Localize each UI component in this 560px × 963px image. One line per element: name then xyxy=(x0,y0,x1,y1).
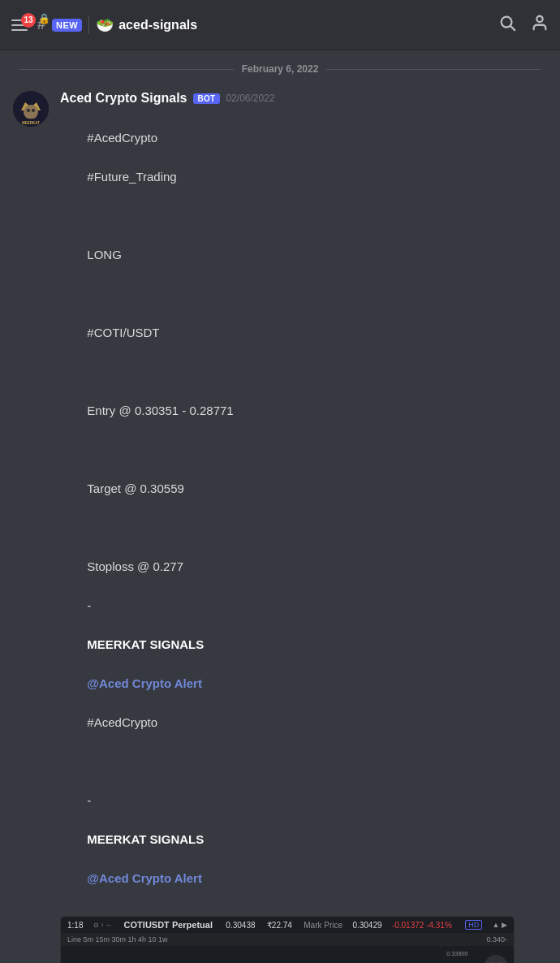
chart-time: 1:18 xyxy=(67,921,83,930)
chart-mark-price: 0.30429 xyxy=(352,921,381,930)
chart-hd-badge: HD xyxy=(465,920,482,930)
message-author: Aced Crypto Signals xyxy=(60,91,187,106)
chart-svg: 0.33800 xyxy=(61,946,514,963)
pair-coti: #COTI/USDT xyxy=(87,326,159,339)
chart-pair: COTIUSDT Perpetual xyxy=(124,920,213,930)
avatar: MEERKAT xyxy=(13,91,49,127)
chart-mark-label: Mark Price xyxy=(304,921,342,930)
new-badge: NEW xyxy=(52,19,82,32)
hashtag-future-trading: #Future_Trading xyxy=(87,170,176,184)
hashtag-aced-crypto-2: #AcedCrypto xyxy=(87,715,157,729)
separator-line-left xyxy=(19,69,234,70)
channel-lock-icon: # 🔒 xyxy=(37,16,45,33)
message-header: Aced Crypto Signals BOT 02/06/2022 xyxy=(60,91,547,106)
notification-badge: 13 xyxy=(21,13,36,28)
svg-point-7 xyxy=(32,109,35,112)
target-price: Target @ 0.30559 xyxy=(87,482,183,495)
mention-aced-crypto-alert-2[interactable]: @Aced Crypto Alert xyxy=(87,871,202,885)
channel-emoji: 🥗 xyxy=(96,16,114,34)
date-separator: February 6, 2022 xyxy=(0,50,560,88)
stoploss-price: Stoploss @ 0.277 xyxy=(87,559,183,573)
chart-header-bar: 1:18 ⊙ ↑ ← COTIUSDT Perpetual 0.30438 ₹2… xyxy=(61,917,514,933)
svg-text:MEERKAT: MEERKAT xyxy=(22,121,40,125)
chart-signal-icons: ▲ ▶ xyxy=(493,921,507,929)
entry-range: Entry @ 0.30351 - 0.28771 xyxy=(87,404,233,417)
message-timestamp: 02/06/2022 xyxy=(226,93,275,104)
svg-line-1 xyxy=(510,26,515,30)
messages-area: MEERKAT Aced Crypto Signals BOT 02/06/20… xyxy=(0,88,560,963)
header-icons xyxy=(498,14,549,36)
search-icon[interactable] xyxy=(498,14,516,36)
avatar-image: MEERKAT xyxy=(13,91,49,127)
header-left: 13 # 🔒 NEW 🥗 aced-signals xyxy=(11,16,492,34)
chart-price1: 0.30438 xyxy=(226,921,255,930)
svg-point-5 xyxy=(24,105,38,119)
menu-button[interactable]: 13 xyxy=(11,19,28,31)
chart-expand-button[interactable] xyxy=(485,955,507,963)
message-content: Aced Crypto Signals BOT 02/06/2022 #Aced… xyxy=(60,91,547,963)
date-separator-text: February 6, 2022 xyxy=(242,63,319,75)
mention-aced-crypto-alert-1[interactable]: @Aced Crypto Alert xyxy=(87,676,202,690)
profile-icon[interactable] xyxy=(531,14,549,36)
dash-separator-1: - xyxy=(87,598,91,612)
bot-badge: BOT xyxy=(193,93,219,104)
svg-text:0.33800: 0.33800 xyxy=(446,951,467,957)
svg-point-2 xyxy=(536,16,542,22)
channel-name-text: aced-signals xyxy=(118,18,197,32)
direction-long: LONG xyxy=(87,248,122,261)
chart-timeframes: Line 5m 15m 30m 1h 4h 10 1w 0.340- xyxy=(61,933,514,946)
header-divider xyxy=(88,16,89,34)
dash-separator-2: - xyxy=(87,793,91,807)
meerkat-signals-2: MEERKAT SIGNALS xyxy=(87,832,204,846)
chart-price-level: 0.340- xyxy=(486,935,507,944)
chart-price2: ₹22.74 xyxy=(267,921,292,930)
message-body: #AcedCrypto #Future_Trading LONG #COTI/U… xyxy=(60,109,547,908)
chart-change: -0.01372 -4.31% xyxy=(392,921,452,930)
lock-icon: 🔒 xyxy=(38,13,50,24)
hashtag-aced-crypto: #AcedCrypto xyxy=(87,131,157,145)
message-item: MEERKAT Aced Crypto Signals BOT 02/06/20… xyxy=(13,88,547,963)
chart-image[interactable]: 1:18 ⊙ ↑ ← COTIUSDT Perpetual 0.30438 ₹2… xyxy=(60,916,515,963)
chart-tf-line: Line 5m 15m 30m 1h 4h 10 1w xyxy=(67,935,168,944)
chart-body: 0.33800 xyxy=(61,946,514,963)
separator-line-right xyxy=(326,69,541,70)
channel-name-header: 🥗 aced-signals xyxy=(96,16,197,34)
header: 13 # 🔒 NEW 🥗 aced-signals xyxy=(0,0,560,50)
svg-point-6 xyxy=(27,109,30,112)
meerkat-signals-1: MEERKAT SIGNALS xyxy=(87,637,204,651)
